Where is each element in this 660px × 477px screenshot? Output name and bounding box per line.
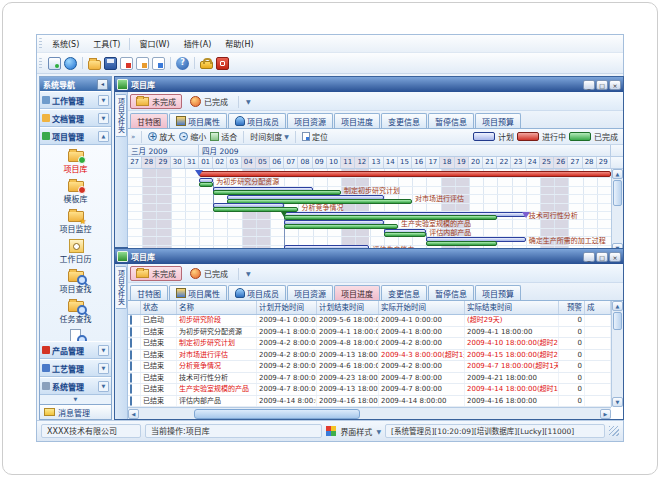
maximize-button[interactable]: □ (596, 252, 608, 262)
report-orange-icon[interactable] (136, 57, 149, 70)
zoom-in-button[interactable]: +放大 (148, 131, 175, 142)
sidebar-item-项目查找[interactable]: 项目查找 (40, 266, 111, 296)
filter-button-已完成[interactable]: 已完成 (184, 266, 234, 281)
actual-bar[interactable] (284, 224, 398, 229)
chevron-down-icon[interactable]: ▼ (98, 345, 109, 356)
save-icon[interactable] (104, 57, 117, 70)
column-header-预警[interactable]: 预警 (559, 301, 585, 314)
sidebar-group-3[interactable]: 项目管理▲ (40, 127, 111, 145)
exit-icon[interactable] (216, 57, 229, 70)
scroll-track[interactable] (139, 409, 600, 419)
more-buttons-chevron[interactable]: ▼ (246, 98, 251, 105)
tab-变更信息[interactable]: 变更信息 (381, 285, 427, 300)
locate-button[interactable]: 定位 (302, 131, 328, 142)
sidebar-overflow-chevron[interactable]: ▼ (40, 395, 111, 404)
interface-style-button[interactable]: 界面样式 (340, 426, 372, 437)
sidebar-item-任务查找[interactable]: 任务查找 (40, 296, 111, 326)
help-icon[interactable]: ? (176, 57, 189, 70)
sidebar-item-项目监控[interactable]: ★项目监控 (40, 206, 111, 236)
sidebar-item-项目文档查找[interactable]: 项目文档查找 (40, 326, 111, 341)
table-vertical-scrollbar[interactable]: ▲ ▼ (611, 301, 623, 407)
chevron-down-icon[interactable]: ▼ (376, 428, 381, 435)
more-buttons-chevron[interactable]: ▼ (246, 270, 251, 277)
column-header-icon[interactable] (128, 301, 141, 314)
sidebar-group-5[interactable]: 工艺管理▼ (40, 359, 111, 377)
table-row[interactable]: 已启动初步研究阶段2009-4-1 0:00:002009-5-6 18:00:… (128, 315, 611, 327)
report-blue-icon[interactable] (152, 57, 165, 70)
column-header-状态[interactable]: 状态 (141, 301, 177, 314)
zoom-out-button[interactable]: -缩小 (179, 131, 206, 142)
scroll-up-arrow[interactable]: ▲ (612, 301, 623, 311)
column-header-成[interactable]: 成 (585, 301, 611, 314)
scroll-up-arrow[interactable]: ▲ (612, 169, 623, 179)
table-row[interactable]: 已结束评估内部产品2009-4-14 8:00:002009-4-16 18:0… (128, 396, 611, 408)
globe-icon[interactable] (64, 57, 77, 70)
maximize-button[interactable]: □ (596, 80, 608, 90)
sidebar-group-2[interactable]: 文档管理▼ (40, 109, 111, 127)
chevron-up-icon[interactable]: ▲ (98, 131, 109, 142)
lock-icon[interactable] (200, 61, 213, 69)
chevron-down-icon[interactable]: ▼ (98, 95, 109, 106)
sidebar-item-项目库[interactable]: 项目库 (40, 146, 111, 176)
table-row[interactable]: 已结束生产实验室规模的产品2009-4-7 8:00:002009-4-13 1… (128, 384, 611, 396)
window-title-bar[interactable]: 项目库 _□× (115, 77, 623, 92)
tab-暂停信息[interactable]: 暂停信息 (428, 113, 474, 128)
sidebar-item-工作日历[interactable]: 工作日历 (40, 236, 111, 266)
sidebar-group-1[interactable]: 工作管理▼ (40, 91, 111, 109)
scroll-left-arrow[interactable]: ◀ (128, 409, 139, 419)
sidebar-collapse-button[interactable]: ◂ (97, 79, 108, 90)
table-row[interactable]: 已结束制定初步研究计划2009-4-2 8:00:002009-4-8 18:0… (128, 338, 611, 350)
filter-button-已完成[interactable]: 已完成 (184, 94, 234, 109)
menu-item-5[interactable]: 帮助(H) (218, 37, 260, 50)
menu-item-2[interactable]: 工具(T) (86, 37, 127, 50)
table-row[interactable]: 已结束分析竞争情况2009-4-2 8:00:002009-4-6 18:00:… (128, 361, 611, 373)
sidebar-group-6[interactable]: 系统管理▼ (40, 377, 111, 395)
actual-bar[interactable] (199, 182, 213, 187)
tab-暂停信息[interactable]: 暂停信息 (428, 285, 474, 300)
project-folder-tab[interactable]: 项目文件夹 (116, 94, 127, 137)
actual-bar[interactable] (384, 232, 427, 237)
toolbar-overflow-chevron[interactable]: » (131, 133, 135, 141)
minimize-button[interactable]: _ (583, 252, 595, 262)
tab-甘特图[interactable]: 甘特图 (130, 285, 168, 300)
tab-项目属性[interactable]: 项目属性 (169, 113, 227, 128)
sidebar-tab-message-management[interactable]: 消息管理 (40, 404, 111, 419)
time-scale-button[interactable]: 时间刻度▼ (250, 131, 289, 142)
tab-项目进度[interactable]: 项目进度 (334, 113, 380, 128)
tab-项目资源[interactable]: 项目资源 (287, 113, 333, 128)
column-header-计划开始时间[interactable]: 计划开始时间 (257, 301, 317, 314)
project-folder-tab[interactable]: 项目文件夹 (116, 266, 127, 309)
chevron-down-icon[interactable]: ▼ (98, 381, 109, 392)
tab-项目成员[interactable]: 项目成员 (228, 113, 286, 128)
close-button[interactable]: × (609, 252, 621, 262)
window-title-bar[interactable]: 项目库 _□× (115, 249, 623, 264)
tab-项目属性[interactable]: 项目属性 (169, 285, 227, 300)
scroll-thumb[interactable] (613, 312, 622, 330)
chevron-down-icon[interactable]: ▼ (98, 363, 109, 374)
tab-项目进度[interactable]: 项目进度 (334, 285, 380, 300)
fit-button[interactable]: 适合 (210, 131, 237, 142)
sidebar-group-4[interactable]: 产品管理▼ (40, 341, 111, 359)
open-folder-icon[interactable] (88, 60, 101, 70)
minimize-button[interactable]: _ (583, 80, 595, 90)
gantt-vertical-scrollbar[interactable]: ▲ ▼ (611, 169, 623, 253)
column-header-实际结束时间[interactable]: 实际结束时间 (465, 301, 559, 314)
column-header-实际开始时间[interactable]: 实际开始时间 (379, 301, 465, 314)
tab-项目预算[interactable]: 项目预算 (475, 113, 521, 128)
column-header-名称[interactable]: 名称 (177, 301, 257, 314)
report-red-icon[interactable] (120, 57, 133, 70)
sidebar-item-模板库[interactable]: 模板库 (40, 176, 111, 206)
filter-button-未完成[interactable]: 未完成 (130, 266, 182, 281)
close-button[interactable]: × (609, 80, 621, 90)
tab-项目预算[interactable]: 项目预算 (475, 285, 521, 300)
column-header-计划结束时间[interactable]: 计划结束时间 (317, 301, 379, 314)
menu-item-1[interactable]: 系统(S) (45, 37, 86, 50)
chevron-down-icon[interactable]: ▼ (98, 113, 109, 124)
tab-项目资源[interactable]: 项目资源 (287, 285, 333, 300)
menu-item-4[interactable]: 插件(A) (177, 37, 219, 50)
table-row[interactable]: 已结束技术可行性分析2009-4-7 8:00:002009-4-23 18:0… (128, 373, 611, 385)
table-horizontal-scrollbar[interactable]: ◀ ▶ (128, 407, 611, 419)
menu-item-3[interactable]: 窗口(W) (132, 37, 176, 50)
scroll-right-arrow[interactable]: ▶ (600, 409, 611, 419)
gantt-chart-area[interactable]: 为初步研究分配资源制定初步研究计划对市场进行评估分析竞争情况技术可行性分析生产实… (128, 169, 611, 253)
